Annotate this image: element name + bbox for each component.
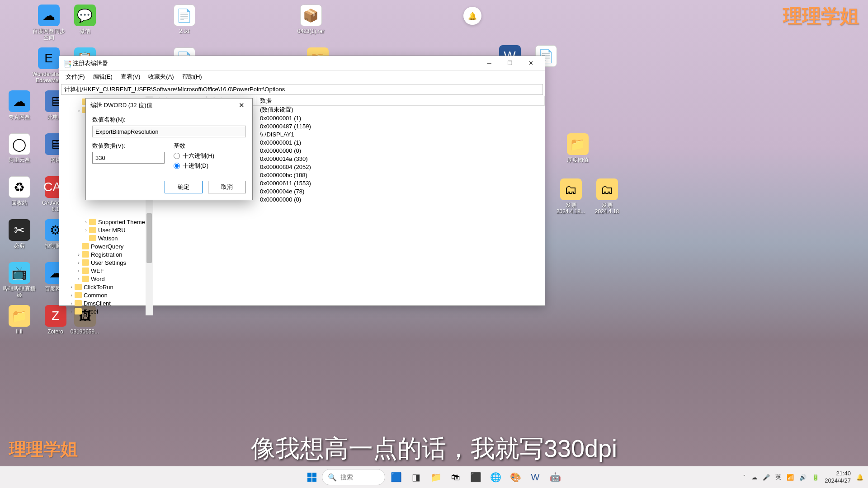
desktop-icon[interactable]: 📺哔哩哔哩直播姬	[2, 262, 36, 299]
col-data[interactable]: 数据	[256, 96, 545, 105]
cancel-button[interactable]: 取消	[208, 181, 246, 193]
svg-rect-2	[307, 478, 311, 482]
search-icon: 🔍	[328, 473, 337, 482]
tray-ime[interactable]: 英	[775, 473, 781, 481]
desktop-icon[interactable]: 💬微信	[68, 5, 102, 34]
desktop-icon[interactable]: 🗂发票 2024.4.18	[590, 178, 624, 215]
tray-notifications-icon[interactable]: 🔔	[856, 474, 863, 481]
svg-rect-1	[312, 473, 316, 477]
tray-cloud-icon[interactable]: ☁	[751, 474, 757, 481]
menu-edit[interactable]: 编辑(E)	[90, 71, 116, 83]
taskbar-widgets[interactable]: 🟦	[387, 468, 405, 486]
taskbar-store[interactable]: 🛍	[447, 468, 465, 486]
start-button[interactable]	[304, 469, 320, 485]
svg-rect-0	[307, 473, 311, 477]
watermark: 理理学姐	[9, 438, 78, 461]
radio-hex[interactable]: 十六进制(H)	[174, 152, 246, 160]
desktop-icon[interactable]: ✂必剪	[2, 219, 36, 249]
taskbar-edge[interactable]: 🌐	[486, 468, 505, 486]
desktop-icon[interactable]: ◯阿里云盘	[2, 133, 36, 163]
taskbar-app[interactable]: 🤖	[546, 468, 564, 486]
desktop-icon[interactable]: ☁夸克网盘	[2, 90, 36, 120]
dialog-title: 编辑 DWORD (32 位)值	[90, 101, 235, 109]
value-data-label: 数值数据(V):	[92, 142, 165, 150]
taskbar: 🔍 🟦 ◨ 📁 🛍 ⬛ 🌐 🎨 W 🤖 ˄ ☁ 🎤 英 📶 🔊 🔋 21:40 …	[0, 466, 868, 488]
tray-volume-icon[interactable]: 🔊	[799, 474, 807, 481]
taskbar-app[interactable]: 🎨	[506, 468, 524, 486]
close-button[interactable]: ✕	[520, 56, 541, 70]
desktop-icon[interactable]: 📁li li	[2, 305, 36, 335]
edit-dword-dialog: 编辑 DWORD (32 位)值 ✕ 数值名称(N): 数值数据(V): 基数 …	[85, 98, 253, 200]
window-titlebar[interactable]: 📑 注册表编辑器 ─ ☐ ✕	[59, 56, 545, 70]
notification-bell[interactable]: 🔔	[463, 7, 481, 25]
tray-wifi-icon[interactable]: 📶	[787, 474, 794, 481]
taskbar-app[interactable]: ⬛	[467, 468, 485, 486]
menu-file[interactable]: 文件(F)	[62, 71, 89, 83]
taskbar-word[interactable]: W	[526, 468, 544, 486]
menu-view[interactable]: 查看(V)	[117, 71, 144, 83]
subtitle: 像我想高一点的话，我就写330dpi	[251, 432, 617, 465]
minimize-button[interactable]: ─	[479, 56, 500, 70]
desktop-icon[interactable]: 📁厚度阈值	[561, 133, 594, 163]
taskbar-search[interactable]: 🔍	[322, 469, 385, 485]
taskbar-explorer[interactable]: 📁	[427, 468, 445, 486]
taskbar-app[interactable]: ◨	[407, 468, 425, 486]
menu-help[interactable]: 帮助(H)	[179, 71, 206, 83]
dialog-titlebar[interactable]: 编辑 DWORD (32 位)值 ✕	[86, 99, 252, 112]
tray-mic-icon[interactable]: 🎤	[763, 474, 770, 481]
base-label: 基数	[174, 142, 246, 150]
desktop-icon[interactable]: 📄2.txt	[167, 5, 201, 34]
ok-button[interactable]: 确定	[165, 181, 203, 193]
watermark: 理理学姐	[783, 4, 859, 29]
dialog-close-button[interactable]: ✕	[235, 99, 248, 112]
menubar: 文件(F) 编辑(E) 查看(V) 收藏夹(A) 帮助(H)	[59, 70, 545, 83]
tray-clock[interactable]: 21:40 2024/4/27	[825, 470, 851, 484]
desktop-icon[interactable]: ☁百度网盘同步空间	[32, 5, 66, 41]
window-title: 注册表编辑器	[73, 59, 479, 67]
value-name-label: 数值名称(N):	[92, 116, 246, 124]
desktop-icon[interactable]: 📦0423(1).rar	[294, 5, 328, 34]
svg-rect-3	[312, 478, 316, 482]
radio-dec[interactable]: 十进制(D)	[174, 162, 246, 170]
tray-battery-icon[interactable]: 🔋	[812, 474, 819, 481]
desktop-icon[interactable]: ♻回收站	[2, 176, 36, 206]
maximize-button[interactable]: ☐	[500, 56, 520, 70]
address-bar[interactable]: 计算机\HKEY_CURRENT_USER\Software\Microsoft…	[61, 84, 543, 95]
menu-fav[interactable]: 收藏夹(A)	[145, 71, 177, 83]
value-data-input[interactable]	[92, 152, 165, 164]
tray-chevron-icon[interactable]: ˄	[743, 474, 746, 481]
regedit-icon: 📑	[63, 60, 70, 67]
desktop-icon[interactable]: 🗂发票 2024.4.18...	[554, 178, 588, 215]
value-name-input[interactable]	[92, 126, 246, 137]
